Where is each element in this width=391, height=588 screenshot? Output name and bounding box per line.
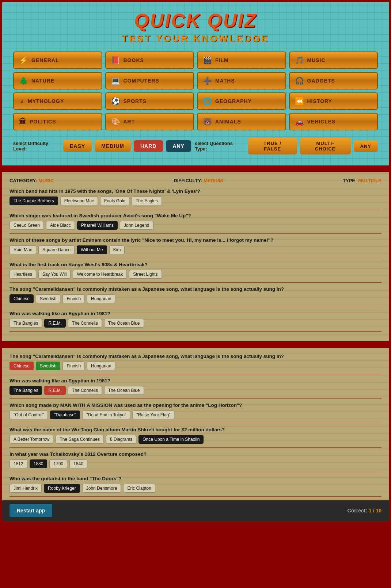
difficulty-any[interactable]: ANY — [166, 140, 191, 152]
category-btn-maths[interactable]: ➕MATHS — [197, 72, 286, 89]
difficulty-hard[interactable]: HARD — [134, 140, 163, 152]
restart-button[interactable]: Restart app — [10, 504, 52, 517]
answer-btn-1-1[interactable]: Aloe Blacc — [46, 221, 75, 230]
type-any[interactable]: ANY — [354, 141, 378, 152]
category-btn-gadgets[interactable]: 🎧GADGETS — [289, 72, 378, 89]
answers-row-4: 1812188017901840 — [10, 459, 381, 468]
answer-btn-2-2[interactable]: "Dead End in Tokyo" — [82, 411, 130, 419]
difficulty-label: select Difficulty Level: — [13, 141, 60, 152]
answer-btn-0-3[interactable]: The Eagles — [132, 196, 162, 205]
category-label-mythology: MYTHOLOGY — [28, 98, 64, 104]
quiz-header: CATEGORY: MUSIC DIFFICULTY: MEDIUM TYPE:… — [10, 178, 381, 183]
answer-btn-4-0[interactable]: Chinese — [10, 294, 34, 303]
type-multichoice[interactable]: MULTI-CHOICE — [300, 138, 351, 154]
difficulty-easy[interactable]: EASY — [63, 140, 92, 152]
category-btn-politics[interactable]: 🏛POLITICS — [13, 113, 102, 130]
answer-btn-3-1[interactable]: Say You Will — [38, 270, 71, 279]
answer-btn-0-1[interactable]: Fleetwood Mac — [60, 196, 98, 205]
answer-btn-0-2[interactable]: Fools Gold — [100, 196, 129, 205]
answer-btn-1-2[interactable]: Pharrell Williams — [77, 221, 118, 230]
category-label-books: BOOKS — [124, 57, 144, 63]
category-label-computers: COMPUTERS — [124, 78, 159, 84]
answer-btn-2-0[interactable]: "Out of Control" — [10, 411, 48, 419]
answer-btn-2-3[interactable]: "Raise Your Flag" — [132, 411, 174, 419]
question-text-3: What was the name of the Wu-Tang Clan al… — [10, 427, 381, 432]
question-block-0: Which band had hits in 1975 with the son… — [10, 188, 381, 209]
type-label: select Questions Type: — [195, 141, 245, 152]
answer-btn-1-2[interactable]: The Connells — [68, 386, 102, 395]
answer-btn-5-1[interactable]: R.E.M. — [44, 319, 66, 328]
answer-btn-3-2[interactable]: Welcome to Heartbreak — [73, 270, 127, 279]
category-btn-computers[interactable]: 💻COMPUTERS — [105, 72, 194, 89]
answer-btn-4-0[interactable]: 1812 — [10, 459, 27, 468]
answer-btn-4-3[interactable]: 1840 — [69, 459, 87, 468]
answer-btn-2-3[interactable]: Kim — [109, 245, 125, 254]
answer-btn-5-3[interactable]: The Ocean Blue — [104, 319, 144, 328]
answers-row-5: Jimi HendrixRobby KriegerJohn DensmoreEr… — [10, 484, 381, 493]
quiz-subtitle: TEST YOUR KNOWLEDGE — [13, 33, 378, 44]
answer-btn-5-2[interactable]: John Densmore — [82, 484, 121, 493]
category-label-geography: GEOGRAPHY — [215, 98, 252, 104]
answer-btn-0-0[interactable]: The Doobie Brothers — [10, 196, 58, 205]
category-btn-art[interactable]: 🎨ART — [105, 113, 194, 130]
answer-btn-3-3[interactable]: Once Upon a Time in Shaolin — [138, 435, 204, 444]
question-text-4: In what year was Tchaikovsky's 1812 Over… — [10, 451, 381, 457]
options-row: select Difficulty Level: EASY MEDIUM HAR… — [13, 138, 378, 154]
answer-btn-4-1[interactable]: Swedish — [36, 294, 60, 303]
answer-btn-5-0[interactable]: The Bangles — [10, 319, 42, 328]
answer-btn-3-0[interactable]: A Better Tomorrow — [10, 435, 53, 444]
category-btn-vehicles[interactable]: 🚗VEHICLES — [289, 113, 378, 130]
answer-btn-4-3[interactable]: Hungarian — [87, 294, 115, 303]
art-icon: 🎨 — [111, 117, 121, 126]
geography-icon: 🌐 — [203, 97, 212, 106]
answer-btn-4-1[interactable]: 1880 — [30, 459, 48, 468]
answer-btn-5-3[interactable]: Eric Clapton — [123, 484, 155, 493]
question-block-2: Which song made by MAN WITH A MISSION wa… — [10, 402, 381, 423]
category-btn-geography[interactable]: 🌐GEOGRAPHY — [197, 92, 286, 110]
category-btn-nature[interactable]: 🌲NATURE — [13, 72, 102, 89]
answer-btn-0-2[interactable]: Finnish — [62, 362, 85, 370]
category-btn-sports[interactable]: ⚽SPORTS — [105, 92, 194, 110]
answer-btn-2-1[interactable]: "Database" — [50, 411, 80, 419]
category-btn-film[interactable]: 🎬FILM — [197, 51, 286, 69]
answer-btn-4-2[interactable]: Finnish — [62, 294, 85, 303]
category-btn-music[interactable]: 🎵MUSIC — [289, 51, 378, 69]
category-btn-general[interactable]: ⚡GENERAL — [13, 51, 102, 69]
answer-btn-2-0[interactable]: Rain Man — [10, 245, 36, 254]
category-grid: ⚡GENERAL📕BOOKS🎬FILM🎵MUSIC🌲NATURE💻COMPUTE… — [13, 51, 378, 130]
answer-btn-1-0[interactable]: The Bangles — [10, 386, 42, 395]
question-block-5: Who was the guitarist in the band "The D… — [10, 476, 381, 497]
category-btn-books[interactable]: 📕BOOKS — [105, 51, 194, 69]
category-label-maths: MATHS — [215, 78, 235, 84]
answer-btn-0-1[interactable]: Swedish — [36, 362, 60, 370]
answer-btn-3-0[interactable]: Heartless — [10, 270, 36, 279]
answers-row-1: The BanglesR.E.M.The ConnellsThe Ocean B… — [10, 386, 381, 395]
answer-btn-4-2[interactable]: 1790 — [49, 459, 67, 468]
answer-btn-3-2[interactable]: 8 Diagrams — [106, 435, 136, 444]
category-btn-mythology[interactable]: ♀MYTHOLOGY — [13, 92, 102, 110]
answer-btn-1-0[interactable]: CeeLo Green — [10, 221, 44, 230]
difficulty-medium[interactable]: MEDIUM — [95, 140, 131, 152]
answer-btn-5-0[interactable]: Jimi Hendrix — [10, 484, 42, 493]
type-truefalse[interactable]: TRUE / FALSE — [248, 138, 297, 154]
answer-btn-3-3[interactable]: Street Lights — [129, 270, 162, 279]
answers-row-2: Rain ManSquare DanceWithout MeKim — [10, 245, 381, 254]
answer-btn-3-1[interactable]: The Saga Continues — [56, 435, 103, 444]
answer-btn-0-3[interactable]: Hungarian — [87, 362, 115, 370]
answer-btn-2-1[interactable]: Square Dance — [38, 245, 75, 254]
category-btn-history[interactable]: ⏪HISTORY — [289, 92, 378, 110]
category-btn-animals[interactable]: 🐻ANIMALS — [197, 113, 286, 130]
answer-btn-0-0[interactable]: Chinese — [10, 362, 34, 370]
answer-btn-2-2[interactable]: Without Me — [77, 245, 107, 254]
answer-btn-1-1[interactable]: R.E.M. — [44, 386, 66, 395]
questions-section-2: CATEGORY: MUSIC DIFFICULTY: MEDIUM TYPE:… — [0, 170, 391, 343]
answer-btn-5-2[interactable]: The Connells — [68, 319, 102, 328]
answer-btn-5-1[interactable]: Robby Krieger — [44, 484, 80, 493]
question-text-2: Which of these songs by artist Eminem co… — [10, 237, 381, 243]
answer-btn-1-3[interactable]: The Ocean Blue — [104, 386, 144, 395]
question-text-5: Who was the guitarist in the band "The D… — [10, 476, 381, 481]
politics-icon: 🏛 — [19, 118, 27, 126]
question-text-4: The song "Caramelldansen" is commonly mi… — [10, 286, 381, 292]
answer-btn-1-3[interactable]: John Legend — [120, 221, 153, 230]
gadgets-icon: 🎧 — [295, 76, 304, 85]
